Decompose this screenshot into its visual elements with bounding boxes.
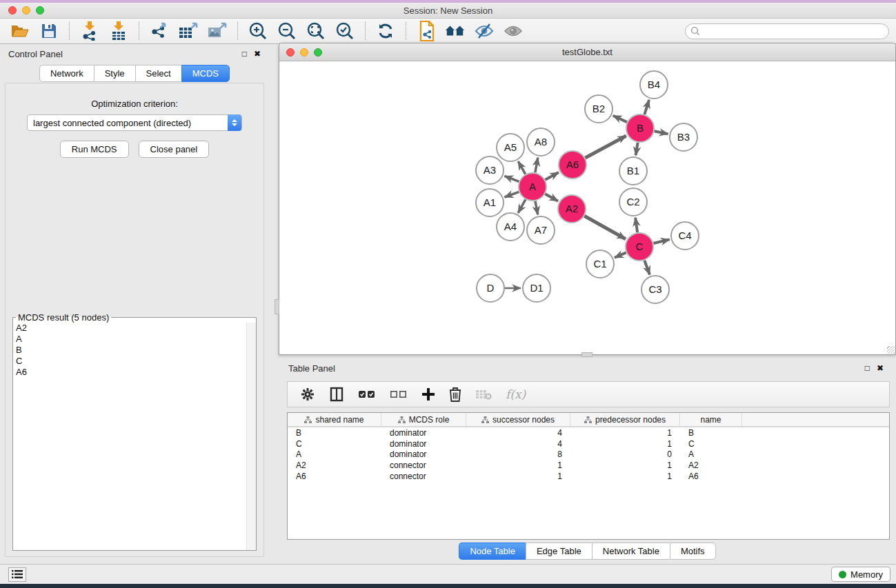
graph-node-a2[interactable]: A2 bbox=[558, 195, 586, 223]
delete-table-icon[interactable] bbox=[475, 388, 492, 401]
tab-node-table[interactable]: Node Table bbox=[459, 543, 526, 560]
graph-node-b[interactable]: B bbox=[626, 114, 654, 142]
zoom-fit-icon[interactable] bbox=[306, 21, 326, 41]
show-columns-icon[interactable] bbox=[329, 387, 344, 402]
edge-A-A1[interactable] bbox=[505, 192, 519, 197]
cell[interactable]: 4 bbox=[466, 428, 570, 438]
column-header-predecessor-nodes[interactable]: predecessor nodes bbox=[570, 413, 680, 426]
edge-A-A2[interactable] bbox=[545, 194, 558, 201]
tab-style[interactable]: Style bbox=[94, 65, 135, 82]
cell[interactable]: dominator bbox=[381, 439, 466, 449]
close-panel-icon[interactable]: ✖ bbox=[877, 364, 884, 372]
result-item-a2[interactable]: A2 bbox=[16, 323, 246, 334]
table-row-b[interactable]: Bdominator41B bbox=[288, 427, 889, 438]
close-panel-button[interactable]: Close panel bbox=[139, 141, 210, 158]
cell[interactable]: 4 bbox=[466, 439, 570, 449]
network-window-titlebar[interactable]: testGlobe.txt bbox=[279, 43, 895, 61]
graph-node-a5[interactable]: A5 bbox=[497, 134, 524, 161]
result-item-a[interactable]: A bbox=[16, 334, 246, 345]
close-panel-icon[interactable]: ✖ bbox=[254, 50, 261, 58]
export-image-icon[interactable] bbox=[207, 21, 228, 41]
cell[interactable]: A bbox=[288, 449, 381, 459]
tab-select[interactable]: Select bbox=[135, 65, 181, 82]
edge-B-B2[interactable] bbox=[613, 116, 627, 122]
task-history-icon[interactable] bbox=[8, 567, 26, 582]
zoom-in-icon[interactable] bbox=[248, 21, 268, 41]
edge-C-C1[interactable] bbox=[615, 252, 626, 257]
tab-network-table[interactable]: Network Table bbox=[592, 543, 670, 560]
import-network-icon[interactable] bbox=[79, 21, 100, 41]
memory-button[interactable]: Memory bbox=[831, 567, 890, 582]
delete-row-icon[interactable] bbox=[449, 387, 461, 402]
column-header-name[interactable]: name bbox=[680, 413, 742, 426]
cell[interactable]: dominator bbox=[381, 428, 466, 438]
edge-C-C2[interactable] bbox=[635, 218, 637, 232]
table-row-a[interactable]: Adominator80A bbox=[288, 449, 889, 460]
graph-node-a4[interactable]: A4 bbox=[497, 213, 524, 241]
select-all-icon[interactable] bbox=[358, 389, 376, 400]
splitter-handle[interactable] bbox=[581, 352, 593, 357]
import-table-icon[interactable] bbox=[108, 21, 129, 41]
graph-node-a3[interactable]: A3 bbox=[476, 156, 504, 184]
tab-motifs[interactable]: Motifs bbox=[670, 543, 716, 560]
edge-A-A5[interactable] bbox=[518, 161, 525, 174]
table-row-a6[interactable]: A6connector11A6 bbox=[288, 471, 889, 482]
criterion-dropdown[interactable]: largest connected component (directed) bbox=[27, 114, 242, 131]
graph-node-a7[interactable]: A7 bbox=[527, 216, 555, 244]
cell[interactable]: C bbox=[288, 439, 381, 449]
cell[interactable]: 1 bbox=[570, 460, 680, 470]
edge-A-A7[interactable] bbox=[535, 201, 538, 215]
cell[interactable]: 1 bbox=[570, 472, 680, 481]
cell[interactable]: A6 bbox=[288, 472, 381, 481]
graph-node-b4[interactable]: B4 bbox=[640, 71, 668, 99]
add-row-icon[interactable] bbox=[421, 387, 435, 401]
edge-B-B1[interactable] bbox=[636, 143, 638, 156]
cell[interactable]: 1 bbox=[570, 439, 680, 449]
edge-A2-C[interactable] bbox=[584, 216, 626, 239]
cell[interactable]: 8 bbox=[466, 449, 570, 459]
edge-A6-B[interactable] bbox=[585, 136, 626, 158]
new-network-from-selection-icon[interactable] bbox=[416, 21, 437, 41]
table-row-c[interactable]: Cdominator41C bbox=[288, 438, 889, 449]
zoom-selected-icon[interactable] bbox=[335, 21, 355, 41]
graph-node-c3[interactable]: C3 bbox=[641, 276, 669, 303]
save-session-icon[interactable] bbox=[39, 21, 59, 41]
cell[interactable]: connector bbox=[381, 460, 466, 470]
network-canvas[interactable]: AA1A2A3A4A5A6A7A8BB1B2B3B4CC1C2C3C4DD1 bbox=[279, 61, 895, 352]
search-input[interactable] bbox=[685, 23, 889, 39]
edge-A-A8[interactable] bbox=[535, 158, 538, 173]
graph-node-c1[interactable]: C1 bbox=[586, 250, 614, 278]
table-settings-icon[interactable] bbox=[300, 387, 315, 402]
cell[interactable]: A bbox=[680, 449, 742, 459]
graph-node-a[interactable]: A bbox=[519, 173, 546, 201]
column-header-MCDS-role[interactable]: MCDS role bbox=[381, 413, 466, 426]
graph-node-d[interactable]: D bbox=[477, 274, 504, 302]
result-scrollbar[interactable] bbox=[246, 323, 256, 550]
run-mcds-button[interactable]: Run MCDS bbox=[60, 141, 129, 158]
show-selected-icon[interactable] bbox=[503, 21, 524, 41]
edge-C-C3[interactable] bbox=[644, 261, 650, 275]
graph-node-c[interactable]: C bbox=[626, 233, 653, 261]
graph-node-a8[interactable]: A8 bbox=[527, 128, 555, 156]
edge-C-C4[interactable] bbox=[653, 239, 669, 243]
refresh-layout-icon[interactable] bbox=[375, 21, 396, 41]
cell[interactable]: B bbox=[680, 428, 742, 438]
result-item-a6[interactable]: A6 bbox=[16, 367, 246, 378]
cell[interactable]: 1 bbox=[570, 428, 680, 438]
float-panel-icon[interactable]: □ bbox=[242, 50, 247, 58]
float-panel-icon[interactable]: □ bbox=[865, 364, 870, 372]
graph-node-a6[interactable]: A6 bbox=[559, 151, 586, 179]
cell[interactable]: C bbox=[680, 439, 742, 449]
tab-edge-table[interactable]: Edge Table bbox=[526, 543, 592, 560]
cell[interactable]: A2 bbox=[680, 460, 742, 470]
cell[interactable]: 1 bbox=[466, 460, 570, 470]
cell[interactable]: B bbox=[288, 428, 381, 438]
window-resize-grip[interactable] bbox=[887, 346, 895, 354]
column-header-shared-name[interactable]: shared name bbox=[288, 413, 381, 426]
tab-mcds[interactable]: MCDS bbox=[181, 65, 230, 82]
graph-node-b3[interactable]: B3 bbox=[670, 123, 697, 151]
cell[interactable]: 0 bbox=[570, 449, 680, 459]
graph-node-b1[interactable]: B1 bbox=[619, 157, 647, 185]
open-file-icon[interactable] bbox=[10, 21, 30, 41]
zoom-out-icon[interactable] bbox=[277, 21, 297, 41]
